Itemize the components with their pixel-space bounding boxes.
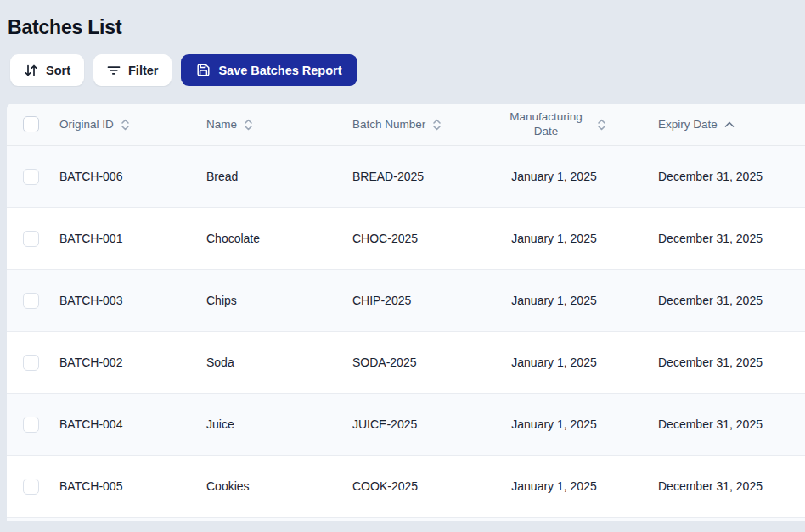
row-select-cell — [7, 270, 54, 331]
cell-expiry-date: December 31, 2025 — [633, 146, 805, 207]
table-body: BATCH-006 Bread BREAD-2025 January 1, 20… — [7, 146, 805, 521]
row-select-cell — [7, 394, 54, 455]
sort-chevrons-icon — [432, 119, 442, 131]
row-checkbox[interactable] — [23, 355, 39, 371]
sort-button-label: Sort — [46, 64, 70, 77]
cell-manufacturing-date: January 1, 2025 — [476, 270, 633, 331]
save-batches-report-label: Save Batches Report — [218, 64, 341, 77]
column-label: Original ID — [59, 118, 114, 131]
table-row: BATCH-001 Chocolate CHOC-2025 January 1,… — [7, 208, 805, 270]
arrows-up-down-icon — [24, 64, 38, 77]
row-select-cell — [7, 146, 54, 207]
cell-name: Bread — [200, 146, 346, 207]
cell-expiry-date: December 31, 2025 — [633, 332, 805, 393]
row-select-cell — [7, 456, 54, 517]
cell-batch-number: BREAD-2025 — [346, 146, 476, 207]
cell-name: Cookies — [200, 456, 346, 517]
cell-batch-number: COOK-2025 — [346, 456, 476, 517]
filter-button[interactable]: Filter — [93, 54, 172, 86]
page-title: Batches List — [8, 16, 805, 39]
filter-button-label: Filter — [128, 64, 158, 77]
column-label: Manufacturing Date — [502, 110, 590, 139]
cell-original-id: BATCH-002 — [54, 332, 200, 393]
cell-batch-number: SODA-2025 — [346, 332, 476, 393]
row-checkbox[interactable] — [23, 293, 39, 309]
cell-original-id: BATCH-003 — [54, 270, 200, 331]
cell-name: Juice — [200, 394, 346, 455]
column-header-original-id[interactable]: Original ID — [54, 104, 200, 145]
toolbar: Sort Filter Save Batches Report — [10, 54, 805, 86]
cell-manufacturing-date: January 1, 2025 — [476, 456, 633, 517]
select-all-cell — [7, 104, 54, 145]
column-header-expiry-date[interactable]: Expiry Date — [633, 104, 805, 145]
save-batches-report-button[interactable]: Save Batches Report — [181, 54, 357, 86]
row-checkbox[interactable] — [23, 231, 39, 247]
table-header-row: Original ID Name Batch Number — [7, 104, 805, 146]
cell-expiry-date: December 31, 2025 — [633, 270, 805, 331]
cell-expiry-date: December 31, 2025 — [633, 394, 805, 455]
column-header-name[interactable]: Name — [200, 104, 346, 145]
cell-original-id: BATCH-001 — [54, 208, 200, 269]
cell-original-id: BATCH-006 — [54, 146, 200, 207]
sort-chevrons-icon — [121, 119, 130, 131]
cell-manufacturing-date: January 1, 2025 — [476, 394, 633, 455]
sort-chevrons-icon — [597, 119, 606, 131]
cell-name: Soda — [200, 332, 346, 393]
table-row: BATCH-004 Juice JUICE-2025 January 1, 20… — [7, 394, 805, 456]
cell-name: Chips — [200, 270, 346, 331]
row-checkbox[interactable] — [23, 479, 39, 495]
table-row: BATCH-002 Soda SODA-2025 January 1, 2025… — [7, 332, 805, 394]
floppy-disk-icon — [196, 63, 211, 77]
cell-original-id: BATCH-004 — [54, 394, 200, 455]
cell-manufacturing-date: January 1, 2025 — [476, 146, 633, 207]
sort-chevrons-icon — [244, 119, 253, 131]
sort-button[interactable]: Sort — [10, 54, 84, 86]
table-row: BATCH-006 Bread BREAD-2025 January 1, 20… — [7, 146, 805, 208]
column-label: Expiry Date — [658, 118, 718, 131]
table-row-partial — [7, 518, 805, 521]
column-header-batch-number[interactable]: Batch Number — [346, 104, 476, 145]
sort-ascending-icon — [724, 121, 735, 128]
cell-batch-number: JUICE-2025 — [346, 394, 476, 455]
column-label: Name — [206, 118, 237, 131]
cell-original-id: BATCH-005 — [54, 456, 200, 517]
table-row: BATCH-003 Chips CHIP-2025 January 1, 202… — [7, 270, 805, 332]
cell-batch-number: CHOC-2025 — [346, 208, 476, 269]
cell-expiry-date: December 31, 2025 — [633, 456, 805, 517]
row-checkbox[interactable] — [23, 169, 39, 185]
cell-batch-number: CHIP-2025 — [346, 270, 476, 331]
filter-lines-icon — [107, 64, 121, 76]
cell-expiry-date: December 31, 2025 — [633, 208, 805, 269]
select-all-checkbox[interactable] — [23, 116, 39, 132]
row-select-cell — [7, 332, 54, 393]
row-select-cell — [7, 208, 54, 269]
row-checkbox[interactable] — [23, 417, 39, 433]
column-label: Batch Number — [352, 118, 425, 131]
cell-name: Chocolate — [200, 208, 346, 269]
batches-table: Original ID Name Batch Number — [7, 104, 805, 521]
cell-manufacturing-date: January 1, 2025 — [476, 208, 633, 269]
column-header-manufacturing-date[interactable]: Manufacturing Date — [476, 104, 633, 145]
table-row: BATCH-005 Cookies COOK-2025 January 1, 2… — [7, 456, 805, 518]
cell-manufacturing-date: January 1, 2025 — [476, 332, 633, 393]
